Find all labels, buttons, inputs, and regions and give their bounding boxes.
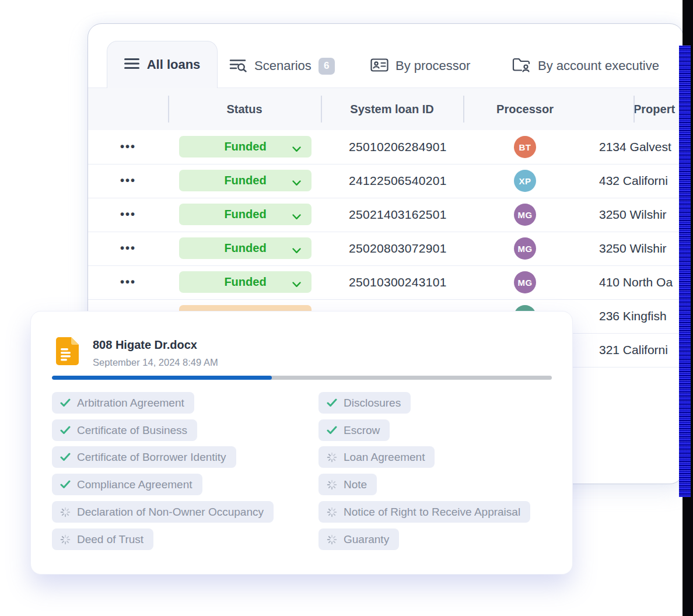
property-cell: 236 Kingfish — [599, 299, 667, 333]
document-card: 808 Higate Dr.docx September 14, 2024 8:… — [30, 311, 573, 575]
processor-avatar: XP — [514, 170, 536, 192]
progress-bar — [52, 376, 552, 380]
checklist-chip[interactable]: Guaranty — [318, 528, 399, 550]
chevron-down-icon — [292, 144, 301, 155]
checklist-chip-label: Escrow — [344, 424, 380, 437]
chevron-down-icon — [292, 279, 301, 290]
check-icon — [60, 453, 71, 461]
status-label: Funded — [224, 140, 266, 153]
column-divider — [634, 96, 635, 123]
status-label: Funded — [224, 174, 266, 187]
row-menu-button[interactable]: ••• — [88, 130, 168, 164]
checklist-chip-label: Arbitration Agreement — [77, 397, 184, 410]
status-label: Funded — [224, 275, 266, 289]
property-cell: 2134 Galvest — [599, 130, 671, 164]
table-row: •••Funded25010206284901BT2134 Galvest — [88, 130, 683, 164]
processor-avatar: MG — [514, 271, 536, 293]
spinner-icon — [327, 534, 337, 545]
tab-by-account-executive-label: By account executive — [538, 58, 659, 74]
status-badge[interactable]: Funded — [179, 136, 312, 158]
table-row: •••Funded25010300243101MG410 North Oa — [88, 265, 683, 299]
folder-user-icon — [512, 57, 531, 75]
scenarios-count-badge: 6 — [318, 58, 335, 75]
checklist-chip-label: Notice of Right to Receive Appraisal — [344, 506, 520, 519]
document-icon — [55, 337, 79, 368]
loan-id-cell: 24122506540201 — [349, 164, 447, 198]
table-row: •••Funded25020803072901MG3250 Wilshir — [88, 232, 683, 265]
checklist-chip[interactable]: Certificate of Business — [52, 419, 197, 441]
checklist-chip-label: Deed of Trust — [77, 533, 144, 546]
column-header: Processor — [463, 88, 587, 130]
spinner-icon — [327, 507, 337, 517]
checklist-chip[interactable]: Compliance Agreement — [52, 474, 202, 495]
status-label: Funded — [224, 208, 266, 221]
processor-avatar: MG — [514, 237, 536, 260]
id-card-icon — [370, 58, 388, 75]
checklist-chip[interactable]: Loan Agreement — [318, 446, 435, 468]
checklist-chip[interactable]: Certificate of Borrower Identity — [52, 446, 236, 468]
status-label: Funded — [224, 242, 266, 255]
status-badge[interactable]: Funded — [179, 271, 312, 293]
checklist-chip-label: Certificate of Borrower Identity — [77, 451, 226, 464]
tab-scenarios[interactable]: Scenarios 6 — [229, 53, 335, 79]
processor-avatar: MG — [514, 204, 536, 226]
chevron-down-icon — [292, 178, 301, 188]
progress-bar-fill — [52, 376, 272, 380]
checklist-chip-label: Certificate of Business — [77, 424, 187, 437]
page: All loans Scenarios 6 By processor B — [0, 0, 693, 616]
checklist-chip[interactable]: Note — [318, 474, 377, 495]
tab-all-loans[interactable]: All loans — [107, 41, 218, 88]
property-cell: 321 Californi — [599, 333, 668, 367]
column-divider — [321, 96, 322, 123]
row-menu-button[interactable]: ••• — [88, 198, 168, 232]
file-name: 808 Higate Dr.docx — [93, 338, 218, 352]
tab-all-loans-label: All loans — [147, 57, 201, 72]
hamburger-icon — [124, 58, 139, 72]
status-badge[interactable]: Funded — [179, 204, 312, 225]
loan-id-cell: 25010300243101 — [349, 265, 447, 299]
status-badge[interactable]: Funded — [179, 170, 312, 191]
status-badge[interactable]: Funded — [179, 237, 312, 259]
spinner-icon — [60, 534, 71, 545]
checklist-chip[interactable]: Escrow — [318, 419, 390, 441]
check-icon — [327, 398, 337, 407]
table-row: •••Funded24122506540201XP432 Californi — [88, 164, 683, 198]
checklist-chip[interactable]: Notice of Right to Receive Appraisal — [318, 501, 530, 523]
chevron-down-icon — [292, 246, 301, 256]
chevron-down-icon — [292, 212, 301, 222]
screen-edge-glitch-strip — [679, 46, 691, 497]
tab-by-processor-label: By processor — [396, 58, 470, 74]
tab-by-account-executive[interactable]: By account executive — [512, 53, 659, 79]
property-cell: 410 North Oa — [599, 265, 673, 299]
checklist-chip-label: Note — [344, 478, 367, 491]
table-row: •••Funded25021403162501MG3250 Wilshir — [88, 198, 683, 232]
property-cell: 3250 Wilshir — [599, 198, 667, 232]
loan-id-cell: 25020803072901 — [349, 232, 447, 265]
property-cell: 432 Californi — [599, 164, 668, 198]
spinner-icon — [327, 452, 337, 463]
check-icon — [327, 426, 337, 435]
check-icon — [60, 480, 71, 489]
check-icon — [60, 426, 71, 435]
checklist-chip[interactable]: Deed of Trust — [52, 528, 153, 550]
checklist-chip[interactable]: Arbitration Agreement — [52, 392, 194, 414]
property-cell: 3250 Wilshir — [599, 232, 667, 265]
column-header: Status — [168, 88, 321, 130]
list-search-icon — [229, 58, 247, 75]
spinner-icon — [327, 480, 337, 490]
column-header: Propert — [634, 88, 675, 130]
checklist-chip[interactable]: Declaration of Non-Owner Occupancy — [52, 501, 274, 523]
document-card-header: 808 Higate Dr.docx September 14, 2024 8:… — [55, 337, 218, 368]
row-menu-button[interactable]: ••• — [88, 265, 168, 299]
checklist-chip-label: Guaranty — [344, 533, 389, 546]
tab-by-processor[interactable]: By processor — [370, 53, 470, 79]
spinner-icon — [60, 507, 71, 517]
row-menu-button[interactable]: ••• — [88, 232, 168, 265]
table-header: StatusSystem loan IDProcessorPropert — [88, 88, 683, 130]
row-menu-button[interactable]: ••• — [88, 164, 168, 198]
checklist-chip-label: Disclosures — [344, 397, 401, 410]
checklist-chip-label: Declaration of Non-Owner Occupancy — [77, 506, 264, 519]
tab-scenarios-label: Scenarios — [254, 58, 312, 74]
column-divider — [463, 96, 464, 123]
checklist-chip[interactable]: Disclosures — [318, 392, 411, 414]
